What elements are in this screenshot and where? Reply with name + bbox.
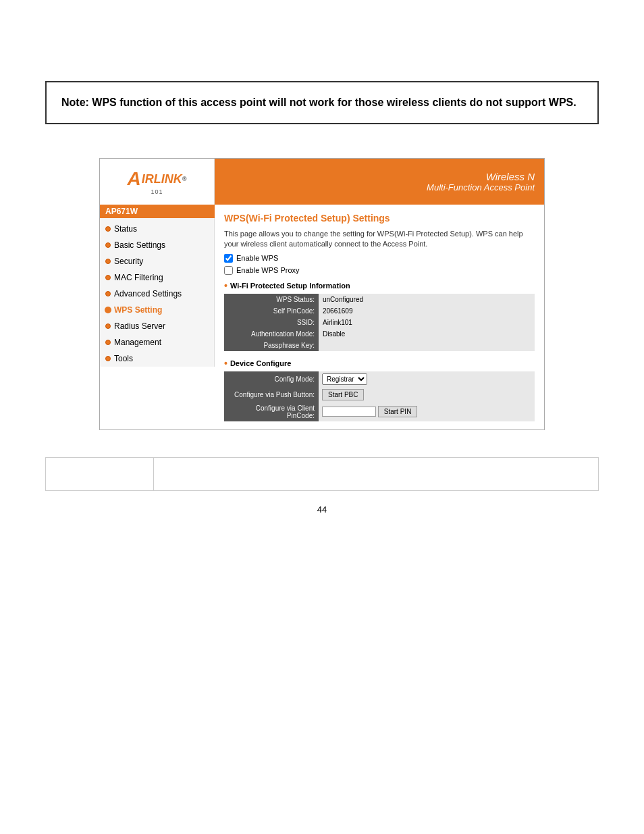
sidebar-item-mac-filtering[interactable]: MAC Filtering xyxy=(100,269,214,286)
enable-wps-proxy-label: Enable WPS Proxy xyxy=(236,266,300,274)
info-label-ssid: SSID: xyxy=(224,317,319,328)
content-description: This page allows you to change the setti… xyxy=(224,229,535,250)
bottom-table xyxy=(45,457,599,491)
dot-icon xyxy=(105,356,111,361)
sidebar-item-radius-server[interactable]: Radius Server xyxy=(100,318,214,334)
sidebar-label-security: Security xyxy=(114,257,143,266)
bottom-col1 xyxy=(46,457,154,490)
sidebar-item-basic-settings[interactable]: Basic Settings xyxy=(100,237,214,253)
note-text: Note: WPS function of this access point … xyxy=(61,95,583,111)
enable-wps-proxy-row: Enable WPS Proxy xyxy=(224,266,535,275)
sidebar-label-basic-settings: Basic Settings xyxy=(114,240,165,250)
enable-wps-checkbox[interactable] xyxy=(224,254,233,263)
config-table: Config Mode: Registrar Enrollee Configur… xyxy=(224,371,535,421)
sidebar-item-status[interactable]: Status xyxy=(100,221,214,237)
start-pbc-button[interactable]: Start PBC xyxy=(322,389,364,400)
info-table: WPS Status: unConfigured Self PinCode: 2… xyxy=(224,294,535,351)
sidebar: Status Basic Settings Security MAC Filte… xyxy=(100,218,215,367)
dot-icon xyxy=(105,323,111,329)
client-pin-input[interactable] xyxy=(322,407,376,417)
dot-icon xyxy=(105,226,111,232)
info-value-passphrase xyxy=(319,340,535,351)
wifi-info-label: Wi-Fi Protected Setup Information xyxy=(230,282,350,290)
table-row: WPS Status: unConfigured xyxy=(224,294,535,305)
info-label-auth-mode: Authentication Mode: xyxy=(224,328,319,340)
logo-irlink: IRLINK xyxy=(142,172,182,186)
bottom-col2 xyxy=(154,457,599,490)
logo-area: A IRLINK ® 101 xyxy=(100,159,215,205)
sidebar-item-tools[interactable]: Tools xyxy=(100,350,214,367)
table-row: Config Mode: Registrar Enrollee xyxy=(224,371,535,387)
info-value-auth-mode: Disable xyxy=(319,328,535,340)
router-title-line2: Multi-Function Access Point xyxy=(427,182,535,192)
enable-wps-label: Enable WPS xyxy=(236,254,278,262)
config-mode-select[interactable]: Registrar Enrollee xyxy=(322,373,367,385)
table-row: SSID: Airlink101 xyxy=(224,317,535,328)
model-bar: AP671W xyxy=(100,205,215,218)
sidebar-item-management[interactable]: Management xyxy=(100,334,214,350)
sidebar-label-radius-server: Radius Server xyxy=(114,321,165,331)
dot-icon xyxy=(105,275,111,280)
table-row: Configure via Push Button: Start PBC xyxy=(224,387,535,402)
config-label-push-button: Configure via Push Button: xyxy=(224,387,319,402)
note-box: Note: WPS function of this access point … xyxy=(45,81,599,124)
sidebar-item-advanced-settings[interactable]: Advanced Settings xyxy=(100,286,214,302)
sidebar-label-mac-filtering: MAC Filtering xyxy=(114,273,163,282)
content-area: WPS(Wi-Fi Protected Setup) Settings This… xyxy=(215,205,544,429)
sidebar-label-wps-setting: WPS Setting xyxy=(114,305,162,315)
table-row: Authentication Mode: Disable xyxy=(224,328,535,340)
logo: A IRLINK ® xyxy=(128,168,187,190)
bullet-icon: • xyxy=(224,280,227,291)
info-value-self-pincode: 20661609 xyxy=(319,305,535,317)
info-value-ssid: Airlink101 xyxy=(319,317,535,328)
config-value-client-pin: Start PIN xyxy=(319,402,535,421)
table-row: Configure via Client PinCode: Start PIN xyxy=(224,402,535,421)
info-label-wps-status: WPS Status: xyxy=(224,294,319,305)
device-config-section: • Device Configure xyxy=(224,358,535,369)
table-row: Self PinCode: 20661609 xyxy=(224,305,535,317)
start-pin-button[interactable]: Start PIN xyxy=(378,406,418,417)
page-number: 44 xyxy=(317,504,327,515)
table-row xyxy=(46,457,599,490)
sidebar-label-status: Status xyxy=(114,224,137,234)
table-row: Passphrase Key: xyxy=(224,340,535,351)
sidebar-item-wps-setting[interactable]: WPS Setting xyxy=(100,302,214,318)
dot-icon xyxy=(105,340,111,345)
sidebar-label-tools: Tools xyxy=(114,354,133,363)
info-value-wps-status: unConfigured xyxy=(319,294,535,305)
config-value-push-button: Start PBC xyxy=(319,387,535,402)
dot-icon xyxy=(105,242,111,248)
logo-a-letter: A xyxy=(128,168,141,190)
info-label-self-pincode: Self PinCode: xyxy=(224,305,319,317)
content-title: WPS(Wi-Fi Protected Setup) Settings xyxy=(224,213,535,224)
active-dot-icon xyxy=(105,307,111,313)
bullet-icon: • xyxy=(224,358,227,369)
router-header: A IRLINK ® 101 Wireless N Multi-Function… xyxy=(100,159,544,205)
sidebar-label-management: Management xyxy=(114,338,161,347)
config-value-mode: Registrar Enrollee xyxy=(319,371,535,387)
router-title-line1: Wireless N xyxy=(486,171,535,182)
sidebar-label-advanced-settings: Advanced Settings xyxy=(114,289,182,298)
router-ui: A IRLINK ® 101 Wireless N Multi-Function… xyxy=(99,158,545,430)
dot-icon xyxy=(105,291,111,296)
config-label-mode: Config Mode: xyxy=(224,371,319,387)
config-label-client-pin: Configure via Client PinCode: xyxy=(224,402,319,421)
device-config-label: Device Configure xyxy=(230,359,291,367)
sidebar-item-security[interactable]: Security xyxy=(100,253,214,269)
info-label-passphrase: Passphrase Key: xyxy=(224,340,319,351)
enable-wps-proxy-checkbox[interactable] xyxy=(224,266,233,275)
logo-sub: 101 xyxy=(151,188,163,195)
enable-wps-row: Enable WPS xyxy=(224,254,535,263)
logo-registered: ® xyxy=(182,176,187,182)
router-title-area: Wireless N Multi-Function Access Point xyxy=(215,159,544,205)
dot-icon xyxy=(105,259,111,264)
wifi-info-section: • Wi-Fi Protected Setup Information xyxy=(224,280,535,291)
